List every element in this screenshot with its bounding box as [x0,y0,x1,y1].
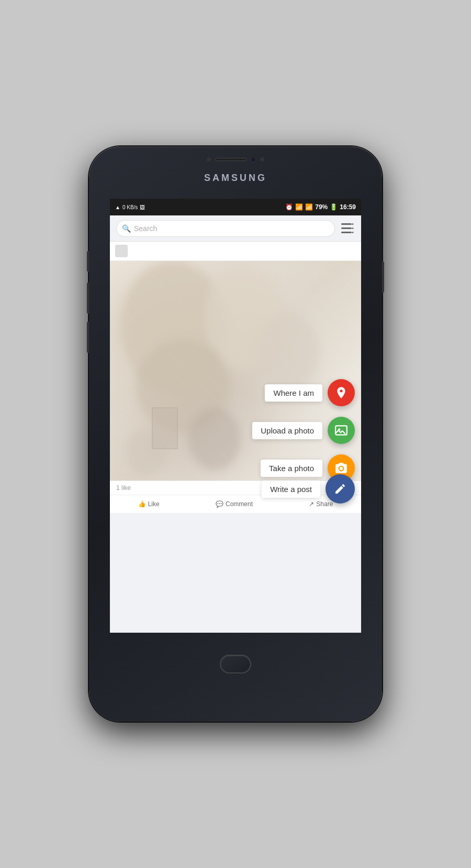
home-side-button [87,322,89,353]
phone-device: SAMSUNG ▲ 0 KB/s 🖼 ⏰ 📶 📶 79% 🔋 16:59 🔍 [89,146,382,722]
like-label: Like [148,500,160,508]
alarm-icon: ⏰ [285,203,293,211]
where-i-am-menu-item[interactable]: Where I am [265,379,355,406]
svg-rect-4 [341,232,352,233]
status-right: ⏰ 📶 📶 79% 🔋 16:59 [285,203,356,211]
svg-rect-0 [341,223,352,225]
front-camera [251,157,256,162]
svg-point-5 [352,232,354,233]
battery-icon: 🔋 [330,203,338,211]
upload-photo-menu-item[interactable]: Upload a photo [252,417,355,444]
volume-down-button[interactable] [87,282,89,314]
phone-screen: ▲ 0 KB/s 🖼 ⏰ 📶 📶 79% 🔋 16:59 🔍 Search [110,199,361,633]
post-type-icon [115,245,128,257]
search-placeholder: Search [134,224,157,233]
search-bar[interactable]: 🔍 Search [116,220,335,237]
samsung-logo: SAMSUNG [204,173,267,184]
volume-up-button[interactable] [87,251,89,272]
comment-icon: 💬 [216,500,223,508]
write-post-fab-button[interactable] [326,474,355,504]
sensor-dot-2 [260,157,264,162]
home-button[interactable] [220,655,251,673]
bottom-bezel [89,633,382,695]
comment-button[interactable]: 💬 Comment [209,498,259,510]
contacts-icon[interactable] [340,221,355,236]
paint-blob-2 [204,266,283,371]
where-i-am-label: Where I am [265,384,322,402]
fab-overlay: Where I am Upload a photo [252,379,355,482]
screenshot-icon: 🖼 [140,204,145,210]
upload-photo-label: Upload a photo [252,422,322,439]
svg-point-3 [352,227,354,229]
sensor-dot [207,157,211,162]
svg-point-1 [352,223,354,225]
building-shape [152,407,178,449]
post-top-bar [110,242,361,261]
speaker-grille [215,158,246,161]
write-post-label: Write a post [262,481,320,498]
feed-content: 1 like 👍 Like 💬 Comment ↗ Share [110,242,361,513]
comment-label: Comment [226,500,253,508]
status-left: ▲ 0 KB/s 🖼 [115,204,145,210]
data-speed: 0 KB/s [122,204,138,210]
like-icon: 👍 [138,500,146,508]
paint-blob-1 [120,261,225,392]
svg-rect-2 [341,227,352,229]
signal-strength-icon: ▲ [115,204,120,210]
write-post-container: Write a post [262,474,355,504]
where-i-am-button[interactable] [328,379,355,406]
top-bezel: SAMSUNG [89,146,382,199]
status-bar: ▲ 0 KB/s 🖼 ⏰ 📶 📶 79% 🔋 16:59 [110,199,361,215]
paint-blob-5 [188,407,241,470]
power-button[interactable] [382,261,384,293]
top-sensors [207,157,264,162]
wifi-icon: 📶 [295,203,303,211]
like-button[interactable]: 👍 Like [132,498,166,510]
signal-icon: 📶 [305,203,313,211]
app-header: 🔍 Search [110,215,361,242]
paint-blob-3 [136,339,230,433]
upload-photo-button[interactable] [328,417,355,444]
search-icon: 🔍 [122,224,131,233]
svg-point-8 [340,467,343,471]
clock: 16:59 [340,203,356,211]
battery-percent: 79% [315,203,328,211]
paint-blob-6 [126,428,167,475]
likes-count: 1 like [116,484,131,492]
